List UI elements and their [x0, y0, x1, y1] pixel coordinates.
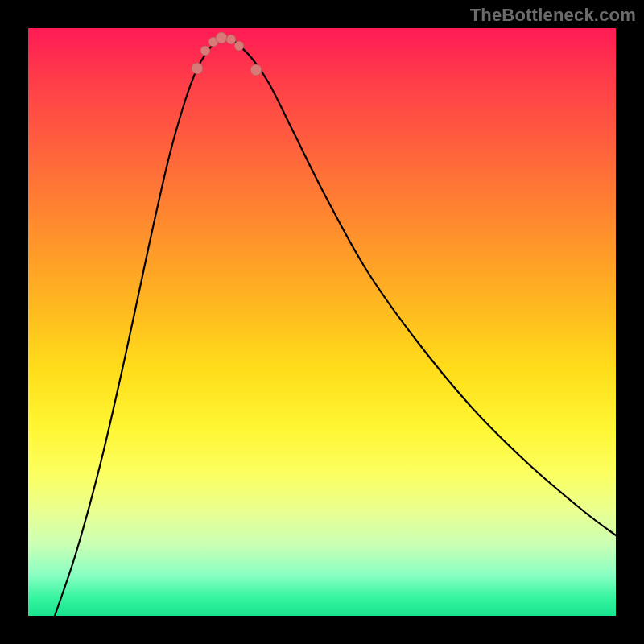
- bottleneck-curve: [55, 38, 616, 616]
- dot-1: [192, 63, 203, 74]
- dot-7: [250, 64, 262, 76]
- chart-canvas: TheBottleneck.com: [0, 0, 644, 644]
- plot-area: [28, 28, 616, 616]
- dot-6: [234, 41, 244, 51]
- curve-svg: [28, 28, 616, 616]
- marker-group: [192, 32, 262, 76]
- dot-5: [226, 35, 236, 44]
- watermark-text: TheBottleneck.com: [470, 5, 636, 26]
- dot-2: [200, 46, 210, 56]
- dot-4: [216, 32, 227, 43]
